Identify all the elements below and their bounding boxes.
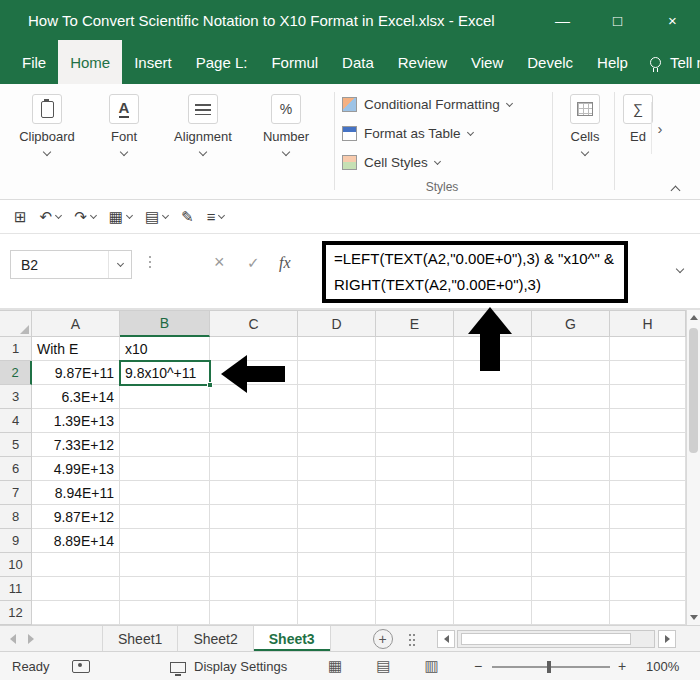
cell-B8[interactable]: [120, 505, 210, 529]
menu-tab-formul[interactable]: Formul: [259, 40, 330, 84]
menu-tab-help[interactable]: Help: [585, 40, 640, 84]
customize-qat-button[interactable]: ≡: [207, 209, 225, 224]
sheet-options-icon[interactable]: [409, 634, 411, 636]
next-sheet-icon[interactable]: [28, 634, 34, 644]
sheet-tab-sheet2[interactable]: Sheet2: [178, 626, 253, 651]
chevron-down-icon[interactable]: [467, 128, 474, 135]
column-header-E[interactable]: E: [376, 310, 454, 337]
cell-D1[interactable]: [298, 337, 376, 361]
cell-C4[interactable]: [210, 409, 298, 433]
menu-tab-develc[interactable]: Develc: [515, 40, 585, 84]
sheet-tab-sheet3[interactable]: Sheet3: [254, 626, 331, 651]
cell-A3[interactable]: 6.3E+14: [32, 385, 120, 409]
menu-tab-home[interactable]: Home: [58, 40, 122, 84]
cell-H10[interactable]: [610, 553, 686, 577]
chevron-down-icon[interactable]: [120, 148, 128, 156]
clipboard-group-button[interactable]: Clipboard: [14, 94, 80, 155]
cell-D8[interactable]: [298, 505, 376, 529]
cell-A1[interactable]: With E: [32, 337, 120, 361]
row-header-8[interactable]: 8: [0, 505, 32, 529]
row-header-10[interactable]: 10: [0, 553, 32, 577]
chevron-down-icon[interactable]: [55, 211, 62, 218]
hscroll-left-button[interactable]: [437, 630, 455, 648]
cell-C6[interactable]: [210, 457, 298, 481]
select-all-button[interactable]: [0, 310, 32, 337]
undo-button[interactable]: ↶: [40, 209, 62, 224]
cell-G8[interactable]: [532, 505, 610, 529]
cell-G10[interactable]: [532, 553, 610, 577]
cell-D10[interactable]: [298, 553, 376, 577]
zoom-level[interactable]: 100%: [646, 659, 679, 674]
cell-C8[interactable]: [210, 505, 298, 529]
cell-A5[interactable]: 7.33E+12: [32, 433, 120, 457]
cell-G1[interactable]: [532, 337, 610, 361]
cell-E6[interactable]: [376, 457, 454, 481]
cell-D5[interactable]: [298, 433, 376, 457]
cells-group-button[interactable]: Cells: [556, 94, 614, 155]
cell-D2[interactable]: [298, 361, 376, 385]
cell-styles-button[interactable]: Cell Styles: [342, 148, 512, 177]
chevron-down-icon[interactable]: [162, 211, 169, 218]
row-header-11[interactable]: 11: [0, 577, 32, 601]
chevron-down-icon[interactable]: [90, 211, 97, 218]
cell-B4[interactable]: [120, 409, 210, 433]
alignment-group-button[interactable]: Alignment: [166, 94, 240, 155]
cell-G5[interactable]: [532, 433, 610, 457]
cell-G12[interactable]: [532, 601, 610, 625]
horizontal-scrollbar-thumb[interactable]: [461, 633, 631, 645]
enter-button[interactable]: ✓: [247, 254, 260, 272]
cell-E4[interactable]: [376, 409, 454, 433]
cell-B10[interactable]: [120, 553, 210, 577]
font-group-button[interactable]: A Font: [94, 94, 154, 155]
cell-B5[interactable]: [120, 433, 210, 457]
cell-H9[interactable]: [610, 529, 686, 553]
paste-table-button[interactable]: ▦: [109, 209, 132, 224]
cell-A10[interactable]: [32, 553, 120, 577]
cell-G6[interactable]: [532, 457, 610, 481]
accessibility-icon[interactable]: [72, 660, 90, 673]
cell-F3[interactable]: [454, 385, 532, 409]
menu-tab-view[interactable]: View: [459, 40, 515, 84]
chevron-down-icon[interactable]: [434, 157, 441, 164]
menu-tab-file[interactable]: File: [10, 40, 58, 84]
row-header-12[interactable]: 12: [0, 601, 32, 625]
row-header-5[interactable]: 5: [0, 433, 32, 457]
cell-A12[interactable]: [32, 601, 120, 625]
previous-sheet-icon[interactable]: [10, 634, 16, 644]
normal-view-icon[interactable]: ▦: [328, 657, 342, 675]
zoom-out-button[interactable]: −: [474, 658, 482, 674]
cell-B7[interactable]: [120, 481, 210, 505]
column-header-D[interactable]: D: [298, 310, 376, 337]
cell-G3[interactable]: [532, 385, 610, 409]
cell-G4[interactable]: [532, 409, 610, 433]
chevron-down-icon[interactable]: [581, 148, 589, 156]
cell-C7[interactable]: [210, 481, 298, 505]
row-header-2[interactable]: 2: [0, 361, 32, 385]
row-header-7[interactable]: 7: [0, 481, 32, 505]
cell-A7[interactable]: 8.94E+11: [32, 481, 120, 505]
cell-G2[interactable]: [532, 361, 610, 385]
minimize-button[interactable]: —: [535, 0, 590, 40]
cell-F6[interactable]: [454, 457, 532, 481]
cell-H4[interactable]: [610, 409, 686, 433]
cell-D7[interactable]: [298, 481, 376, 505]
cell-H12[interactable]: [610, 601, 686, 625]
maximize-button[interactable]: □: [590, 0, 645, 40]
cell-A4[interactable]: 1.39E+13: [32, 409, 120, 433]
cell-E3[interactable]: [376, 385, 454, 409]
cell-H5[interactable]: [610, 433, 686, 457]
column-header-C[interactable]: C: [210, 310, 298, 337]
menu-tab-insert[interactable]: Insert: [122, 40, 184, 84]
collapse-ribbon-button[interactable]: [672, 180, 679, 198]
chevron-down-icon[interactable]: [43, 148, 51, 156]
cell-H2[interactable]: [610, 361, 686, 385]
cell-C9[interactable]: [210, 529, 298, 553]
format-page-button[interactable]: ▤: [145, 209, 168, 224]
cell-E1[interactable]: [376, 337, 454, 361]
cell-D12[interactable]: [298, 601, 376, 625]
zoom-slider-thumb[interactable]: [547, 661, 551, 673]
cell-E8[interactable]: [376, 505, 454, 529]
cell-D11[interactable]: [298, 577, 376, 601]
scroll-down-icon[interactable]: [690, 615, 698, 620]
tell-me-box[interactable]: Tell me: [650, 40, 700, 84]
